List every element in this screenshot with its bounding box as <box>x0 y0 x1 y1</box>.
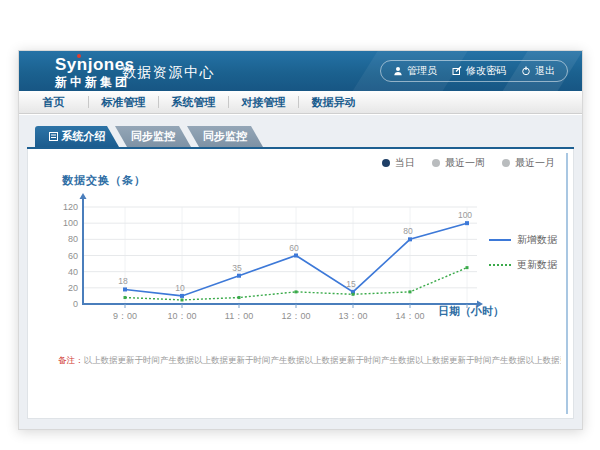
range-option-last-week-label: 最近一周 <box>445 156 485 170</box>
svg-text:10：00: 10：00 <box>167 311 196 321</box>
nav-item-interface-mgmt[interactable]: 对接管理 <box>229 95 298 110</box>
svg-text:13：00: 13：00 <box>338 311 367 321</box>
chart-legend: 新增数据 更新数据 <box>489 233 557 283</box>
legend-updated-data-label: 更新数据 <box>517 258 557 272</box>
y-axis-title: 数据交换（条） <box>62 173 146 188</box>
svg-text:9：00: 9：00 <box>113 311 137 321</box>
power-icon <box>521 66 531 76</box>
svg-text:18: 18 <box>118 276 128 286</box>
change-password-button[interactable]: 修改密码 <box>452 64 506 78</box>
legend-new-data-label: 新增数据 <box>517 233 557 247</box>
logout-label: 退出 <box>535 64 555 78</box>
tab-bar: 系统介绍 同步监控 同步监控 <box>27 127 574 149</box>
range-option-last-week[interactable]: 最近一周 <box>432 156 485 170</box>
main-nav: 首页 标准管理 系统管理 对接管理 数据异动 <box>19 91 582 114</box>
range-selector: 当日 最近一周 最近一月 <box>382 156 555 170</box>
app-window: Synjones 新中新集团 数据资源中心 管理员 修改密码 <box>18 50 583 430</box>
tab-system-intro[interactable]: 系统介绍 <box>35 126 119 147</box>
svg-text:35: 35 <box>232 263 242 273</box>
svg-text:15: 15 <box>346 279 356 289</box>
svg-text:80: 80 <box>403 226 413 236</box>
content-area: 系统介绍 同步监控 同步监控 当日 最近一周 <box>19 115 582 429</box>
radio-icon <box>502 159 510 167</box>
edit-icon <box>452 66 462 76</box>
svg-text:120: 120 <box>63 202 78 212</box>
tab-system-intro-label: 系统介绍 <box>62 129 106 144</box>
x-axis-title: 日期（小时） <box>438 304 504 319</box>
range-option-today-label: 当日 <box>395 156 415 170</box>
svg-text:100: 100 <box>63 218 78 228</box>
svg-text:60: 60 <box>68 251 78 261</box>
nav-item-system-mgmt[interactable]: 系统管理 <box>159 95 228 110</box>
logo-red-dot <box>77 54 81 58</box>
chart-panel: 当日 最近一周 最近一月 数据交换（条） 0204060801001209：00… <box>27 149 574 419</box>
svg-text:40: 40 <box>68 267 78 277</box>
scrollbar[interactable] <box>566 153 568 414</box>
legend-new-data: 新增数据 <box>489 233 557 247</box>
tab-sync-monitor-1-label: 同步监控 <box>131 129 175 144</box>
solid-line-swatch <box>489 239 511 241</box>
svg-text:10: 10 <box>175 283 185 293</box>
radio-selected-icon <box>382 159 390 167</box>
nav-item-home[interactable]: 首页 <box>19 95 88 110</box>
svg-text:0: 0 <box>73 299 78 309</box>
nav-item-standard-mgmt[interactable]: 标准管理 <box>89 95 158 110</box>
dashed-line-swatch <box>489 264 511 266</box>
svg-text:60: 60 <box>289 243 299 253</box>
change-password-label: 修改密码 <box>466 64 506 78</box>
footnote: 备注：以上数据更新于时间产生数据以上数据更新于时间产生数据以上数据更新于时间产生… <box>58 355 561 367</box>
range-option-last-month[interactable]: 最近一月 <box>502 156 555 170</box>
svg-text:14：00: 14：00 <box>395 311 424 321</box>
svg-text:11：00: 11：00 <box>225 311 253 321</box>
tab-sync-monitor-2[interactable]: 同步监控 <box>187 126 263 147</box>
svg-text:100: 100 <box>458 210 472 220</box>
svg-text:80: 80 <box>68 234 78 244</box>
svg-text:12：00: 12：00 <box>281 311 310 321</box>
logout-button[interactable]: 退出 <box>521 64 555 78</box>
tab-sync-monitor-2-label: 同步监控 <box>203 129 247 144</box>
page-title: 数据资源中心 <box>122 64 215 82</box>
user-menu-admin-label: 管理员 <box>407 64 437 78</box>
user-menu: 管理员 修改密码 退出 <box>380 60 568 82</box>
user-menu-admin[interactable]: 管理员 <box>393 64 437 78</box>
user-icon <box>393 66 403 76</box>
nav-item-data-change[interactable]: 数据异动 <box>299 95 368 110</box>
svg-text:20: 20 <box>68 283 78 293</box>
radio-icon <box>432 159 440 167</box>
form-icon <box>49 131 58 143</box>
tab-sync-monitor-1[interactable]: 同步监控 <box>115 126 191 147</box>
range-option-last-month-label: 最近一月 <box>515 156 555 170</box>
footnote-text: 以上数据更新于时间产生数据以上数据更新于时间产生数据以上数据更新于时间产生数据以… <box>84 355 562 365</box>
app-header: Synjones 新中新集团 数据资源中心 管理员 修改密码 <box>19 51 582 91</box>
legend-updated-data: 更新数据 <box>489 258 557 272</box>
footnote-prefix: 备注： <box>58 355 84 365</box>
range-option-today[interactable]: 当日 <box>382 156 415 170</box>
